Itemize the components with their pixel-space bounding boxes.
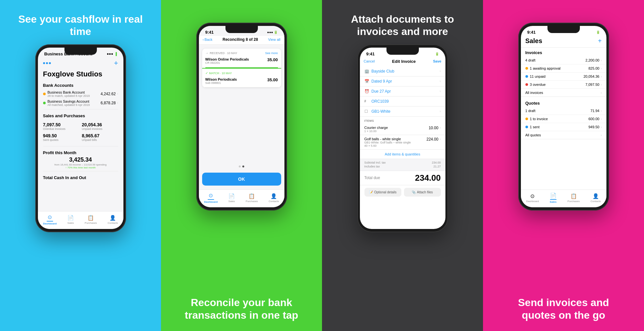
dot-2: [46, 62, 48, 64]
all-quotes-link[interactable]: All quotes ›: [521, 131, 606, 139]
battery-indicator: ▐: [114, 52, 117, 56]
invoice-field-date[interactable]: 📅 Dated 9 Apr ›: [360, 76, 445, 86]
invoice-item-unpaid[interactable]: 11 unpaid 20,054.36 ›: [521, 73, 606, 81]
account-value-2: 6,878.28: [100, 101, 116, 105]
account-row-2[interactable]: Business Savings Account All matched, up…: [38, 98, 123, 107]
quote-draft-label: 1 draft: [525, 109, 535, 113]
account-row-1[interactable]: Business Bank Account 28 to match, updat…: [38, 89, 123, 98]
quote-item-sent[interactable]: 1 sent 949.50 ›: [521, 123, 606, 131]
item-chevron-1: ›: [440, 126, 441, 130]
status-icons-4: 🔋: [596, 30, 600, 34]
date-icon: 📅: [364, 79, 369, 84]
optional-details-button[interactable]: 📝 Optional details: [364, 188, 401, 197]
tab-sales-label-4: Sales: [550, 200, 557, 203]
received-trans-amount: 35.00: [267, 57, 278, 64]
see-more-link[interactable]: See more: [265, 51, 278, 55]
sales-add-button[interactable]: +: [598, 37, 602, 45]
phone-notch-2: [225, 26, 258, 33]
contacts-icon-4: 👤: [592, 193, 599, 199]
dot-sent: [525, 126, 528, 128]
tab-contacts-2[interactable]: 👤 Contacts: [269, 193, 279, 203]
invoice-unpaid-label: 11 unpaid: [530, 74, 546, 78]
account-sub-1: 28 to match, updated 8 Apr 2019: [48, 94, 90, 97]
tab-sales-2[interactable]: 📄 Sales: [228, 193, 235, 203]
save-button[interactable]: Save: [433, 59, 442, 63]
sales-icon-2: 📄: [228, 193, 235, 199]
invoice-bottom-buttons: 📝 Optional details 📎 Attach files: [360, 185, 445, 199]
phone-cashflow-screen: Business Bank Account ●●● ▐ +: [38, 48, 123, 229]
stat-overdue: 7,097.50 Overdue invoices: [43, 122, 79, 131]
tab-bar-dashboard: ⊙ Dashboard 📄 Sales 📋 Purchases 👤: [38, 211, 123, 229]
tab-purchases-2[interactable]: 📋 Purchases: [246, 193, 258, 203]
dot-3: [49, 62, 51, 64]
tab-contacts-1[interactable]: 👤 Contacts: [108, 215, 118, 224]
reconcile-nav: ‹ Back Reconciling 8 of 28 View all: [199, 36, 284, 45]
quote-item-to-invoice[interactable]: 1 to invoice 600.00 ›: [521, 115, 606, 123]
ok-button[interactable]: OK: [202, 173, 281, 186]
invoice-field-due[interactable]: ⏰ Due 27 Apr ›: [360, 86, 445, 97]
add-items-button[interactable]: Add items & quantities: [360, 150, 445, 159]
invoice-field-theme[interactable]: ☐ GB1-White ›: [360, 107, 445, 117]
dashboard-icon-2: ⊙: [209, 192, 213, 199]
tab-dashboard-2[interactable]: ⊙ Dashboard: [204, 192, 218, 203]
tab-purchases-4[interactable]: 📋 Purchases: [568, 193, 580, 203]
invoice-overdue-right: 7,097.50 ›: [585, 83, 602, 86]
phone-sales-screen: 9:41 🔋 Sales + Invoices 4 d: [521, 26, 606, 207]
tab-contacts-label-4: Contacts: [591, 200, 601, 203]
view-all-link[interactable]: View all: [268, 38, 281, 41]
quote-invoice-left: 1 to invoice: [525, 117, 548, 121]
item-info-1: Courier charge 1 × 10.00: [364, 126, 388, 133]
optional-label: Optional details: [374, 190, 397, 194]
quote-invoice-right: 600.00 ›: [589, 117, 602, 121]
invoice-item-overdue[interactable]: 3 overdue 7,097.50 ›: [521, 81, 606, 89]
invoice-item-draft[interactable]: 4 draft 2,200.00 ›: [521, 56, 606, 64]
subtotal-value: 234.00: [432, 161, 441, 164]
invoice-item-awaiting[interactable]: 1 awaiting approval 825.00 ›: [521, 64, 606, 73]
tab-contacts-label-2: Contacts: [269, 200, 279, 203]
attach-files-button[interactable]: 📎 Attach files: [404, 188, 441, 197]
tab-underline: [47, 221, 53, 222]
quote-sent-label: 1 sent: [530, 125, 540, 129]
tab-sales-1[interactable]: 📄 Sales: [67, 215, 74, 224]
stat-unpaid: 20,054.36 Unpaid invoices: [82, 122, 118, 131]
sales-content: Invoices 4 draft 2,200.00 ›: [521, 48, 606, 189]
add-button[interactable]: +: [114, 59, 118, 67]
client-value: Bayside Club: [372, 69, 437, 74]
total-due-row: Total due 234.00: [360, 171, 445, 185]
tab-sales-4[interactable]: 📄 Sales: [550, 192, 557, 203]
tab-dashboard[interactable]: ⊙ Dashboard: [43, 214, 57, 225]
quote-item-draft[interactable]: 1 draft 71.94 ›: [521, 107, 606, 115]
stat-overdue-label: Overdue invoices: [43, 127, 79, 131]
stat-quotes-label: Sent quotes: [43, 138, 79, 142]
all-invoices-link[interactable]: All invoices ›: [521, 89, 606, 97]
subtotal-row: Subtotal incl. tax 234.00: [364, 161, 441, 164]
invoice-item-2[interactable]: Golf balls - white single GB1-White: Gol…: [360, 135, 445, 150]
all-quotes-chevron: ›: [601, 133, 602, 137]
invoice-field-client[interactable]: 🏢 Bayside Club ›: [360, 66, 445, 76]
invoice-field-ref[interactable]: # ORC1039: [360, 97, 445, 107]
item-chevron-2: ›: [440, 137, 441, 141]
invoice-item-1[interactable]: Courier charge 1 × 10.00 10.00 ›: [360, 124, 445, 135]
item-amount-1: 10.00: [429, 126, 438, 130]
item-sub-2: GB1-White: Golf balls – white single 40 …: [364, 141, 411, 147]
tab-contacts-4[interactable]: 👤 Contacts: [591, 193, 601, 203]
invoice-draft-right: 2,200.00 ›: [585, 58, 602, 62]
match-transaction: Wilson Periodicals Sub 098801 35.00: [202, 76, 281, 87]
profit-title: Profit this Month: [38, 148, 123, 156]
chevron-q-draft: ›: [601, 109, 602, 113]
due-icon: ⏰: [364, 89, 369, 94]
invoice-awaiting-right: 825.00 ›: [589, 66, 602, 70]
dot-1: [43, 62, 45, 64]
cancel-button[interactable]: Cancel: [364, 59, 375, 63]
stat-unpaid-value: 20,054.36: [82, 122, 118, 127]
reconcile-spacer: [199, 90, 284, 163]
back-button[interactable]: ‹ Back: [203, 38, 213, 41]
received-card: → RECEIVED · 10 MAY See more Wilson Onli…: [202, 49, 281, 87]
tab-dashboard-4[interactable]: ⊙ Dashboard: [526, 193, 539, 203]
battery-4: 🔋: [596, 30, 600, 34]
invoice-unpaid-left: 11 unpaid: [525, 74, 546, 78]
invoice-awaiting-label: 1 awaiting approval: [530, 66, 561, 70]
profit-sub: from 16,441.93 income – 13,016.59 spendi…: [38, 163, 123, 166]
tab-purchases-1[interactable]: 📋 Purchases: [85, 215, 97, 224]
dashboard-icon-4: ⊙: [530, 193, 535, 199]
